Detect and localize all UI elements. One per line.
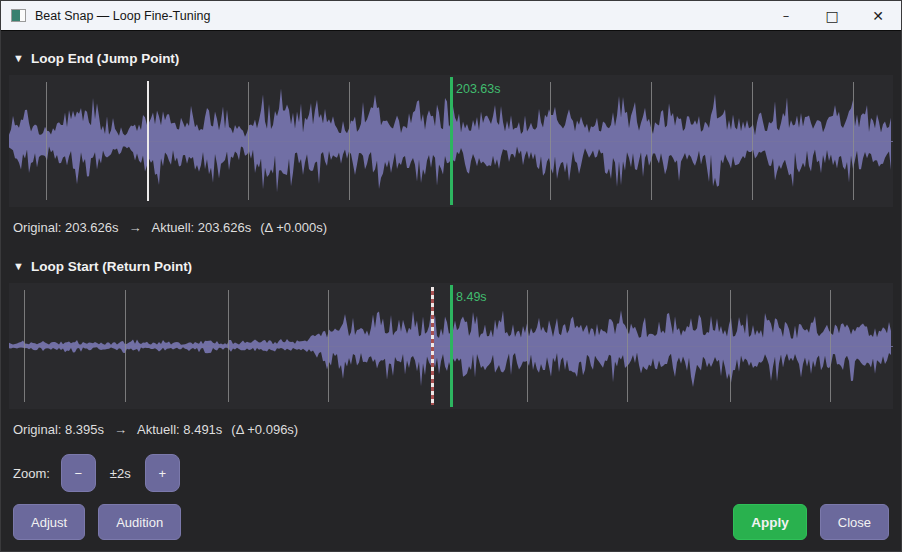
zoom-range-label: ±2s — [110, 466, 131, 481]
main-content: ▼ Loop End (Jump Point) 203.63s Original… — [1, 51, 901, 540]
minimize-button[interactable]: – — [763, 1, 809, 30]
snap-line — [147, 81, 149, 201]
orig-line — [431, 287, 434, 405]
section-title: Loop End (Jump Point) — [31, 51, 179, 66]
status-line-loop-start: Original: 8.395s→Aktuell: 8.491s(Δ +0.09… — [13, 422, 889, 437]
apply-button[interactable]: Apply — [733, 504, 807, 540]
status-delta: (Δ +0.096s) — [231, 422, 298, 437]
beat-line — [651, 82, 652, 200]
marker-time-label: 203.63s — [456, 82, 500, 96]
section-header-loop-end[interactable]: ▼ Loop End (Jump Point) — [13, 51, 889, 66]
marker-line[interactable] — [450, 77, 453, 205]
beat-line — [349, 82, 350, 200]
waveform-panel-loop-end[interactable]: 203.63s — [9, 75, 893, 207]
beat-line — [550, 82, 551, 200]
zoom-out-button[interactable]: − — [61, 454, 96, 492]
beat-line — [46, 82, 47, 200]
beat-line — [627, 290, 628, 402]
arrow-icon: → — [129, 220, 142, 235]
window-title: Beat Snap — Loop Fine-Tuning — [35, 9, 763, 23]
app-icon-left — [12, 10, 20, 21]
titlebar: Beat Snap — Loop Fine-Tuning – □ ✕ — [1, 1, 901, 31]
close-window-button[interactable]: ✕ — [855, 1, 901, 30]
status-aktuell: Aktuell: 203.626s — [152, 220, 252, 235]
marker-line[interactable] — [450, 285, 453, 407]
footer-actions: Adjust Audition Apply Close — [13, 504, 889, 540]
beat-line — [228, 290, 229, 402]
status-original: Original: 203.626s — [13, 220, 119, 235]
footer-right-group: Apply Close — [733, 504, 889, 540]
marker-time-label: 8.49s — [456, 290, 487, 304]
zoom-in-button[interactable]: + — [145, 454, 180, 492]
close-button[interactable]: Close — [820, 504, 889, 540]
zoom-controls: Zoom: − ±2s + — [13, 454, 889, 492]
window-controls: – □ ✕ — [763, 1, 901, 30]
app-icon — [11, 9, 26, 22]
status-aktuell: Aktuell: 8.491s — [137, 422, 222, 437]
adjust-button[interactable]: Adjust — [13, 504, 85, 540]
beat-line — [853, 82, 854, 200]
collapse-icon[interactable]: ▼ — [13, 52, 24, 64]
maximize-button[interactable]: □ — [809, 1, 855, 30]
app-icon-right — [20, 10, 25, 21]
status-original: Original: 8.395s — [13, 422, 104, 437]
beat-line — [24, 290, 25, 402]
status-line-loop-end: Original: 203.626s→Aktuell: 203.626s(Δ +… — [13, 220, 889, 235]
footer-left-group: Adjust Audition — [13, 504, 181, 540]
status-delta: (Δ +0.000s) — [260, 220, 327, 235]
beat-line — [730, 290, 731, 402]
app-window: { "titlebar": { "title": "Beat Snap — Lo… — [0, 0, 902, 552]
section-header-loop-start[interactable]: ▼ Loop Start (Return Point) — [13, 259, 889, 274]
beat-line — [752, 82, 753, 200]
collapse-icon[interactable]: ▼ — [13, 260, 24, 272]
waveform-panel-loop-start[interactable]: 8.49s — [9, 283, 893, 409]
beat-line — [125, 290, 126, 402]
beat-line — [527, 290, 528, 402]
zoom-label: Zoom: — [13, 466, 50, 481]
section-title: Loop Start (Return Point) — [31, 259, 192, 274]
beat-line — [328, 290, 329, 402]
audition-button[interactable]: Audition — [98, 504, 181, 540]
arrow-icon: → — [114, 422, 127, 437]
beat-line — [248, 82, 249, 200]
beat-line — [830, 290, 831, 402]
